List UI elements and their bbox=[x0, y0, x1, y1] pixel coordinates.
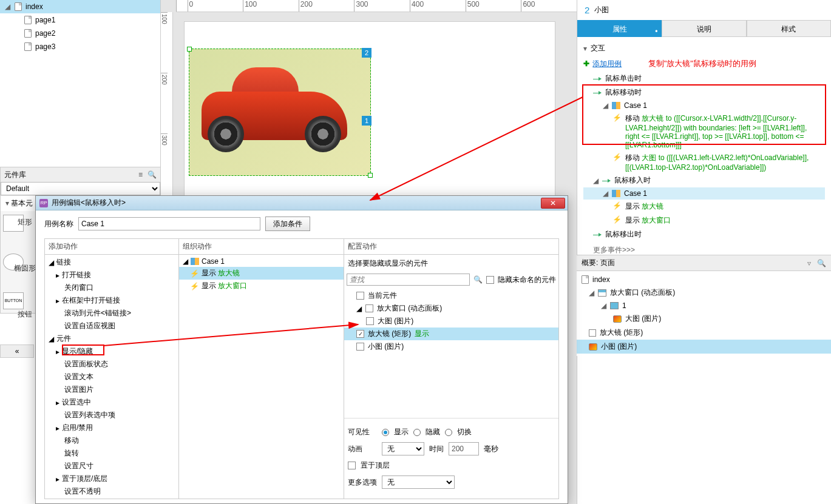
tree-magnifier[interactable]: 放大镜 (矩形) 显示 bbox=[344, 328, 558, 340]
configure-action-column: 配置动作 选择要隐藏或显示的元件 🔍 隐藏未命名的元件 当前元件 ◢放大窗口 (… bbox=[344, 238, 559, 499]
section-title: 交互 bbox=[591, 43, 605, 53]
action-move-bigimg[interactable]: ⚡移动 大图 to ([[(LVAR1.left-LVAR2.left)*OnL… bbox=[583, 151, 825, 173]
column-header: 组织动作 bbox=[179, 239, 344, 254]
outline-index[interactable]: index bbox=[577, 274, 831, 286]
case-name-input[interactable] bbox=[78, 217, 260, 230]
org-show-window[interactable]: ⚡显示 放大窗口 bbox=[179, 280, 344, 292]
outline-smallimg[interactable]: 小图 (图片) bbox=[577, 340, 831, 354]
tree-front-back[interactable]: ▸置于顶层/底层 bbox=[45, 472, 178, 485]
add-case-link[interactable]: 添加用例 bbox=[592, 59, 622, 68]
tab-notes[interactable]: 说明 bbox=[662, 20, 746, 37]
action-show-magnifier[interactable]: ⚡显示 放大镜 bbox=[583, 200, 825, 213]
inspector-title: 2 小图 bbox=[577, 0, 831, 20]
tree-set-image[interactable]: 设置图片 bbox=[45, 383, 178, 396]
bolt-icon: ⚡ bbox=[190, 269, 199, 278]
selection-badge: 2 bbox=[362, 48, 371, 58]
tree-panel[interactable]: ◢放大窗口 (动态面板) bbox=[344, 302, 558, 315]
tree-move[interactable]: 移动 bbox=[45, 434, 178, 447]
tree-links[interactable]: ◢链接 bbox=[45, 256, 178, 269]
bring-front-label: 置于顶层 bbox=[361, 460, 390, 471]
event-label: 鼠标单击时 bbox=[605, 73, 642, 84]
page-icon bbox=[24, 29, 32, 38]
add-condition-button[interactable]: 添加条件 bbox=[265, 217, 310, 231]
opt-label: 可见性 bbox=[348, 427, 377, 437]
checkbox[interactable] bbox=[356, 292, 364, 300]
radio-hide[interactable] bbox=[413, 429, 421, 436]
dialog-titlebar[interactable]: RP 用例编辑<鼠标移入时> ✕ bbox=[36, 196, 568, 210]
app-icon: RP bbox=[39, 199, 48, 207]
action-show-window[interactable]: ⚡显示 放大窗口 bbox=[583, 213, 825, 227]
event-click[interactable]: 鼠标单击时 bbox=[583, 72, 825, 86]
event-mouseleave[interactable]: 鼠标移出时 bbox=[583, 227, 825, 241]
page-page1[interactable]: page1 bbox=[0, 13, 160, 27]
tree-close-window[interactable]: 关闭窗口 bbox=[45, 281, 178, 294]
tree-panel-state[interactable]: 设置面板状态 bbox=[45, 358, 178, 371]
tab-style[interactable]: 样式 bbox=[747, 20, 831, 37]
tree-smallimg[interactable]: 小图 (图片) bbox=[344, 340, 558, 353]
section-header[interactable]: ▾交互 bbox=[583, 41, 825, 56]
tree-widgets[interactable]: ◢元件 bbox=[45, 332, 178, 345]
page-icon bbox=[24, 42, 32, 51]
radio-show[interactable] bbox=[382, 429, 389, 436]
event-mouseenter[interactable]: ◢鼠标移入时 bbox=[583, 173, 825, 187]
tree-list-selected[interactable]: 设置列表选中项 bbox=[45, 409, 178, 422]
bottom-tab[interactable]: « bbox=[0, 344, 34, 358]
dialog-body: 用例名称 添加条件 添加动作 ◢链接 ▸打开链接 关闭窗口 ▸在框架中打开链接 … bbox=[36, 210, 568, 503]
shape-button[interactable]: BUTTON bbox=[3, 292, 24, 309]
name-label: 用例名称 bbox=[44, 219, 73, 229]
tree-size[interactable]: 设置尺寸 bbox=[45, 460, 178, 472]
widget-count: 2 bbox=[585, 5, 589, 15]
page-page2[interactable]: page2 bbox=[0, 27, 160, 40]
image-icon bbox=[613, 315, 622, 323]
org-show-magnifier[interactable]: ⚡显示 放大镜 bbox=[179, 267, 344, 280]
tree-focus[interactable]: 获取焦点 bbox=[45, 498, 178, 499]
page-page3[interactable]: page3 bbox=[0, 40, 160, 53]
checkbox[interactable] bbox=[366, 317, 374, 325]
checkbox[interactable] bbox=[356, 343, 364, 351]
filter-icon[interactable]: ▿ bbox=[807, 259, 811, 267]
time-input[interactable] bbox=[449, 442, 479, 455]
outline-bigimg[interactable]: 大图 (图片) bbox=[577, 312, 831, 326]
outline-rect[interactable]: 放大镜 (矩形) bbox=[577, 326, 831, 340]
outline-panel-item[interactable]: ◢放大窗口 (动态面板) bbox=[577, 286, 831, 300]
tree-adaptive[interactable]: 设置自适应视图 bbox=[45, 320, 178, 332]
tree-set-selected[interactable]: ▸设置选中 bbox=[45, 396, 178, 409]
page-index[interactable]: ◢ index bbox=[0, 0, 160, 13]
outline-label: index bbox=[592, 275, 610, 284]
search-icon[interactable]: 🔍 bbox=[817, 259, 826, 267]
checkbox[interactable] bbox=[365, 304, 373, 312]
search-input[interactable] bbox=[347, 274, 470, 286]
ruler-tick: 200 bbox=[161, 73, 168, 133]
visibility-row: 可见性 显示 隐藏 切换 bbox=[348, 425, 555, 440]
tree-open-frame[interactable]: ▸在框架中打开链接 bbox=[45, 294, 178, 307]
config-header: 选择要隐藏或显示的元件 bbox=[344, 256, 558, 271]
anim-select[interactable]: 无 bbox=[382, 442, 424, 455]
radio-toggle[interactable] bbox=[445, 429, 452, 436]
library-dropdown[interactable]: Default bbox=[1, 182, 160, 195]
tab-properties[interactable]: 属性• bbox=[577, 20, 662, 37]
more-select[interactable]: 无 bbox=[382, 475, 455, 489]
annotation-text: 复制"放大镜"鼠标移动时的用例 bbox=[648, 59, 756, 68]
tree-toggle-icon[interactable]: ◢ bbox=[5, 2, 11, 11]
tree-bigimg[interactable]: 大图 (图片) bbox=[344, 315, 558, 328]
tree-rotate[interactable]: 旋转 bbox=[45, 447, 178, 460]
bring-front-checkbox[interactable] bbox=[348, 462, 356, 469]
outline-state[interactable]: ◢1 bbox=[577, 300, 831, 312]
case-row[interactable]: ◢Case 1 bbox=[583, 187, 825, 200]
checkbox[interactable] bbox=[356, 330, 364, 338]
bring-front-row: 置于顶层 bbox=[348, 458, 555, 473]
tree-enable[interactable]: ▸启用/禁用 bbox=[45, 422, 178, 434]
tree-open-link[interactable]: ▸打开链接 bbox=[45, 269, 178, 281]
org-case[interactable]: ◢Case 1 bbox=[179, 256, 344, 267]
tree-show-hide[interactable]: ▸显示/隐藏 bbox=[45, 345, 178, 358]
tree-current[interactable]: 当前元件 bbox=[344, 289, 558, 302]
search-icon[interactable]: 🔍 bbox=[473, 275, 483, 284]
hide-unnamed-checkbox[interactable] bbox=[486, 276, 494, 284]
close-button[interactable]: ✕ bbox=[541, 198, 565, 209]
menu-icon[interactable]: ≡ bbox=[138, 170, 143, 179]
selected-widget[interactable]: 2 1 bbox=[189, 49, 371, 176]
tree-set-text[interactable]: 设置文本 bbox=[45, 371, 178, 383]
tree-scroll[interactable]: 滚动到元件<锚链接> bbox=[45, 307, 178, 320]
search-icon[interactable]: 🔍 bbox=[148, 170, 157, 179]
tree-opacity[interactable]: 设置不透明 bbox=[45, 485, 178, 498]
